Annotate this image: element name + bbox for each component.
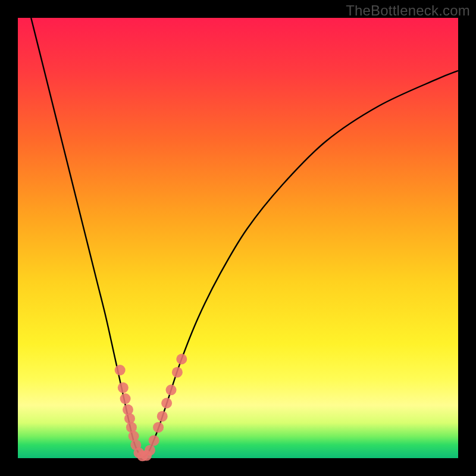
data-marker xyxy=(118,383,129,393)
data-marker xyxy=(124,413,135,424)
data-marker xyxy=(145,445,155,456)
data-marker xyxy=(120,393,131,404)
data-marker xyxy=(166,384,177,395)
data-marker xyxy=(123,405,133,415)
data-marker xyxy=(115,365,126,375)
bottleneck-curve xyxy=(31,18,458,457)
data-marker xyxy=(149,435,159,446)
data-marker xyxy=(176,354,187,365)
data-marker xyxy=(172,367,183,378)
plot-area xyxy=(18,18,458,458)
data-marker xyxy=(161,398,172,409)
data-marker xyxy=(153,422,164,433)
outer-frame: TheBottleneck.com xyxy=(0,0,476,476)
data-marker xyxy=(157,411,168,422)
bottleneck-chart-svg xyxy=(18,18,458,458)
watermark-text: TheBottleneck.com xyxy=(346,2,470,19)
marker-layer xyxy=(115,354,187,462)
